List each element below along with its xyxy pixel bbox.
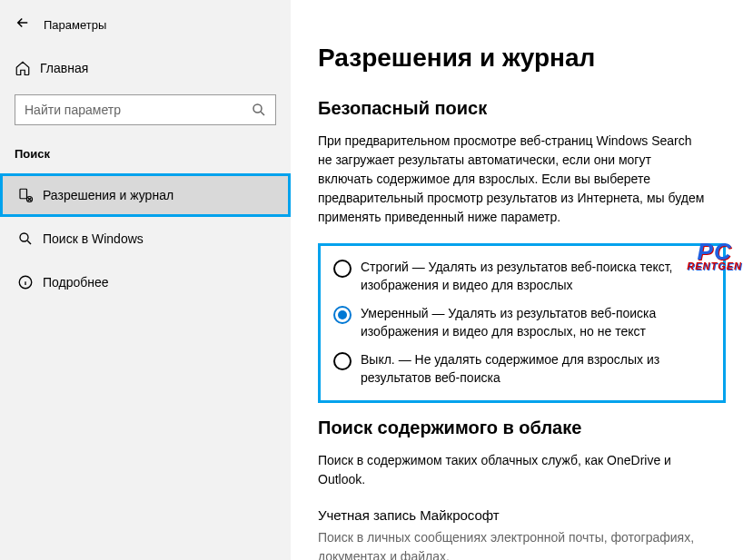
safe-search-desc: При предварительном просмотре веб-страни… — [318, 132, 708, 227]
ms-account-desc: Поиск в личных сообщениях электронной по… — [318, 528, 708, 560]
permissions-icon — [17, 187, 43, 203]
sidebar-item-more[interactable]: Подробнее — [0, 260, 291, 304]
info-icon — [17, 274, 43, 290]
search-container — [15, 94, 276, 125]
page-title: Разрешения и журнал — [318, 44, 726, 73]
sidebar-item-home[interactable]: Главная — [0, 51, 291, 85]
sidebar-item-label: Разрешения и журнал — [43, 188, 173, 202]
radio-moderate[interactable]: Умеренный — Удалять из результатов веб-п… — [333, 305, 710, 340]
cloud-search-title: Поиск содержимого в облаке — [318, 418, 726, 438]
sidebar-item-label: Поиск в Windows — [43, 231, 144, 246]
sidebar-item-permissions[interactable]: Разрешения и журнал — [0, 173, 291, 217]
radio-off[interactable]: Выкл. — Не удалять содержимое для взросл… — [333, 351, 710, 387]
radio-icon — [333, 352, 352, 370]
sidebar-item-windows-search[interactable]: Поиск в Windows — [0, 217, 291, 260]
back-icon[interactable] — [15, 15, 44, 34]
radio-label: Выкл. — Не удалять содержимое для взросл… — [361, 351, 706, 387]
safe-search-radio-group: Строгий — Удалять из результатов веб-пои… — [318, 243, 726, 403]
ms-account-title: Учетная запись Майкрософт — [318, 507, 726, 523]
home-icon — [15, 60, 40, 76]
sidebar: Параметры Главная Поиск Разрешения и жур… — [0, 0, 291, 560]
cloud-search-desc: Поиск в содержимом таких облачных служб,… — [318, 451, 708, 489]
search-icon — [251, 102, 267, 122]
radio-label: Умеренный — Удалять из результатов веб-п… — [361, 305, 706, 340]
search-input[interactable] — [15, 94, 276, 125]
sidebar-home-label: Главная — [40, 61, 88, 75]
safe-search-title: Безопасный поиск — [318, 98, 726, 119]
svg-rect-1 — [20, 189, 27, 199]
radio-strict[interactable]: Строгий — Удалять из результатов веб-пои… — [333, 259, 710, 294]
search-nav-icon — [17, 231, 43, 247]
svg-point-0 — [253, 104, 262, 113]
radio-label: Строгий — Удалять из результатов веб-пои… — [361, 259, 706, 294]
sidebar-item-label: Подробнее — [43, 275, 109, 290]
window-title: Параметры — [44, 18, 106, 32]
sidebar-section-label: Поиск — [0, 142, 291, 173]
svg-point-3 — [20, 233, 28, 241]
main-content: Разрешения и журнал Безопасный поиск При… — [291, 0, 753, 560]
radio-icon — [333, 306, 352, 324]
radio-icon — [333, 260, 352, 278]
